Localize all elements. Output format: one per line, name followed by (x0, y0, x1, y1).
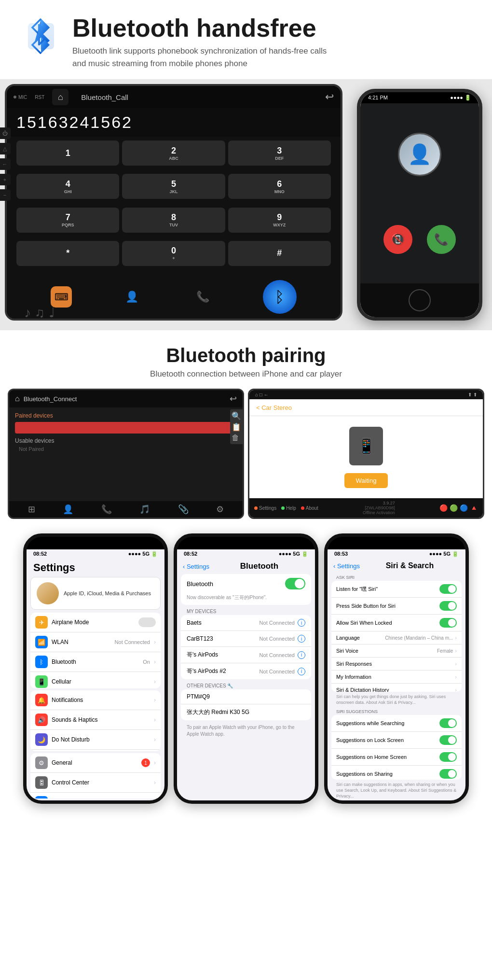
airpods1-status-group: Not Connected i (260, 651, 305, 659)
car-nav-music[interactable]: 🎵 (139, 504, 150, 515)
dial-3[interactable]: 3DEF (228, 140, 331, 166)
bt-back-link[interactable]: ‹ Settings (183, 563, 209, 570)
bt-other-redmi[interactable]: 张大大的 Redmi K30 5G (181, 704, 311, 720)
iphone-pairing-status: ⌂ □ ← ⬆ ⬆ (249, 390, 483, 399)
power-button[interactable]: ⏻ (0, 127, 11, 139)
carbt-info[interactable]: i (298, 635, 305, 643)
dial-4[interactable]: 4GHI (16, 174, 119, 199)
footer-help-link[interactable]: Help (281, 505, 296, 511)
car-bt-search-icon[interactable]: 🔍 (232, 411, 241, 420)
suggest-searching-toggle[interactable] (439, 718, 457, 728)
settings-notif[interactable]: 🔔 Notifications › (30, 690, 161, 710)
wifi-value: Not Connected (115, 639, 150, 645)
siri-my-info-row[interactable]: My Information › (331, 671, 462, 684)
settings-display[interactable]: 🗺 Display & Brightness › (30, 793, 161, 798)
car-nav-phone[interactable]: 📞 (101, 504, 112, 515)
phone-status-bar: 4:21 PM ●●●● 🔋 (360, 92, 479, 103)
dial-0[interactable]: 0+ (122, 241, 225, 266)
waiting-button[interactable]: Waiting (344, 473, 388, 488)
bt-device-airpods2[interactable]: 哥's AirPods #2 Not Connected i (181, 663, 311, 679)
siri-history-row[interactable]: Siri & Dictation History › (331, 684, 462, 692)
settings-sounds[interactable]: 🔊 Sounds & Haptics › (30, 710, 161, 730)
vol-up-button[interactable]: + (0, 174, 11, 185)
settings-bt[interactable]: ᛒ Bluetooth On › (30, 652, 161, 672)
settings-screen-time[interactable]: ⏱ Screen Time › (30, 750, 161, 751)
bt-device-carbt-status: Not Connected i (260, 635, 305, 643)
home-button[interactable] (409, 289, 431, 311)
suggest-home-label: Suggestions on Home Screen (336, 754, 407, 760)
call-icon[interactable]: 📞 (192, 286, 213, 308)
answer-call-button[interactable]: 📞 (427, 225, 456, 254)
settings-general[interactable]: ⚙ General 1 › (30, 753, 161, 773)
siri-responses-row[interactable]: Siri Responses › (331, 658, 462, 671)
siri-locked-toggle[interactable] (439, 618, 457, 628)
bt-device-airpods1[interactable]: 哥's AirPods Not Connected i (181, 647, 311, 663)
car-nav-bt-active[interactable]: 📎 (178, 504, 189, 515)
car-bt-home-icon[interactable]: ⌂ (15, 394, 20, 403)
siri-listen-row: Listen for "嘿 Siri" (331, 581, 462, 598)
car-nav-grid[interactable]: ⊞ (28, 504, 35, 515)
dial-1[interactable]: 1 (16, 140, 119, 166)
contacts-icon[interactable]: 👤 (122, 286, 143, 308)
iphone-pairing-body: 📱 Waiting (249, 416, 483, 498)
home-icon[interactable]: ⌂ (52, 89, 68, 105)
settings-group-3: ⚙ General 1 › 🎛 Control Center › 🗺 Displ… (30, 753, 161, 798)
suggest-lock-toggle[interactable] (439, 735, 457, 745)
suggest-sharing-toggle[interactable] (439, 769, 457, 779)
dial-6[interactable]: 6MNO (228, 174, 331, 199)
car-bt-scan-icon[interactable]: 📋 (232, 422, 241, 432)
siri-press-side-toggle[interactable] (439, 601, 457, 611)
car-bt-screen: ⌂ Bluetooth_Connect ↩ Paired devices Usa… (8, 389, 244, 519)
dial-2[interactable]: 2ABC (122, 140, 225, 166)
settings-airplane[interactable]: ✈ Airplane Mode (30, 613, 161, 632)
siri-voice-row[interactable]: Siri Voice Female › (331, 644, 462, 658)
airplane-toggle[interactable] (138, 617, 156, 627)
bt-other-ptm[interactable]: PTM#Q9 (181, 689, 311, 704)
settings-wifi[interactable]: 📶 WLAN Not Connected › (30, 632, 161, 652)
siri-language-row[interactable]: Language Chinese (Mandarin – China m... … (331, 631, 462, 644)
siri-history-chevron: › (455, 687, 457, 692)
footer-settings-link[interactable]: Settings (254, 505, 276, 511)
dial-7[interactable]: 7PQRS (16, 208, 119, 233)
bt-device-carbt[interactable]: CarBT123 Not Connected i (181, 631, 311, 647)
dial-5[interactable]: 5JKL (122, 174, 225, 199)
baets-info[interactable]: i (298, 619, 305, 627)
siri-back-link[interactable]: ‹ Settings (333, 562, 360, 570)
general-badge: 1 (141, 758, 150, 767)
footer-about-link[interactable]: About (301, 505, 318, 511)
dial-9[interactable]: 9WXYZ (228, 208, 331, 233)
car-bt-back-icon[interactable]: ↩ (230, 393, 237, 404)
notif-chevron: › (154, 697, 156, 703)
phone-signal: ●●●● 🔋 (450, 95, 471, 101)
airpods1-info[interactable]: i (298, 651, 305, 659)
bt-device-baets[interactable]: Baets Not Connected i (181, 615, 311, 631)
settings-control-center[interactable]: 🎛 Control Center › (30, 773, 161, 793)
dial-star[interactable]: * (16, 241, 119, 266)
siri-suggestions-label: SIRI SUGGESTIONS (328, 707, 465, 715)
settings-title: Settings (33, 561, 75, 574)
car-nav-user[interactable]: 👤 (63, 504, 73, 515)
vol-down-button[interactable]: − (0, 189, 11, 201)
dial-hash[interactable]: # (228, 241, 331, 266)
car-top-bar: MIC RST ⌂ Bluetooth_Call ↩ (7, 86, 341, 108)
three-phones-row: 08:52 ●●●● 5G 🔋 Settings Apple ID, iClou… (0, 529, 492, 818)
settings-cellular[interactable]: 📱 Cellular › (30, 672, 161, 688)
suggest-home-toggle[interactable] (439, 752, 457, 762)
settings-dnd[interactable]: 🌙 Do Not Disturb › (30, 730, 161, 750)
bluetooth-call-icon[interactable]: ᛒ (263, 280, 297, 314)
end-call-button[interactable]: 📵 (383, 225, 412, 254)
siri-listen-toggle[interactable] (439, 584, 457, 594)
dial-8[interactable]: 8TUV (122, 208, 225, 233)
dialpad-grid[interactable]: 1 2ABC 3DEF 4GHI 5JKL 6MNO 7PQRS 8TUV 9W… (7, 137, 341, 275)
car-nav-settings[interactable]: ⚙ (216, 504, 224, 515)
nav-button[interactable]: △ (0, 143, 11, 154)
airpods2-info[interactable]: i (298, 668, 305, 675)
settings-profile[interactable]: Apple ID, iCloud, Media & Purchases (30, 577, 161, 610)
car-stereo-link[interactable]: < Car Stereo (256, 404, 292, 411)
bt-toggle-switch[interactable] (285, 578, 305, 589)
back-icon[interactable]: ↩ (325, 91, 334, 103)
car-bt-delete-icon[interactable]: 🗑 (232, 434, 241, 442)
car-stereo-back[interactable]: < Car Stereo (249, 399, 483, 416)
back-button[interactable]: ← (0, 158, 11, 170)
call-buttons: 📵 📞 (383, 225, 456, 254)
